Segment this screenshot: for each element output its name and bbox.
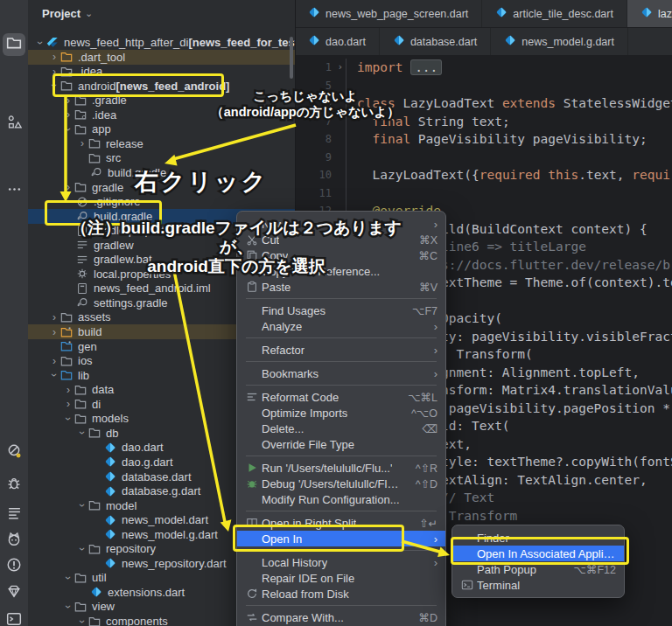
menu-item-bookmarks[interactable]: Bookmarks› — [237, 365, 445, 381]
menu-item-terminal[interactable]: Terminal — [452, 577, 624, 593]
folder-icon — [74, 398, 88, 410]
tree-item-android[interactable]: ›android [news_feed_android] — [28, 79, 296, 94]
reformat-icon — [244, 391, 260, 403]
tree-item-idea[interactable]: ›.idea — [28, 108, 296, 122]
menu-item-refactor[interactable]: Refactor› — [237, 342, 445, 358]
submenu-arrow-icon: › — [422, 320, 438, 333]
chevron-right-icon[interactable]: › — [49, 311, 60, 323]
editor-tab-dao-dart[interactable]: dao.dart — [295, 28, 380, 55]
tool-button-more[interactable] — [3, 179, 25, 202]
tree-item-release[interactable]: ›release — [28, 136, 296, 151]
tool-button-gem[interactable] — [3, 581, 25, 604]
editor-tab-article-tile-desc-dart[interactable]: article_tile_desc.dart — [482, 0, 627, 27]
menu-item-open-in[interactable]: Open In› — [237, 531, 445, 546]
tree-item-gradle[interactable]: ›gradle — [28, 180, 296, 195]
tool-button-structure[interactable] — [3, 112, 25, 135]
menu-item-copy[interactable]: Copy⌘C — [237, 247, 445, 263]
code-line: 11 — [295, 184, 672, 203]
tab-label: lazy_load_text.dart — [658, 8, 672, 20]
code-text: LazyLoadText({required this.text, requir… — [346, 166, 672, 184]
chevron-down-icon[interactable]: › — [76, 616, 88, 626]
tree-item-label: .gradle — [92, 94, 127, 107]
tree-scrollbar[interactable] — [290, 37, 293, 79]
chevron-down-icon[interactable]: › — [76, 500, 88, 511]
tool-button-dart-cat[interactable] — [3, 529, 25, 552]
chevron-down-icon[interactable]: › — [48, 370, 60, 380]
chevron-down-icon[interactable]: › — [76, 428, 88, 438]
tree-item-build-gradle[interactable]: build.gradle — [28, 165, 296, 180]
tree-item-gradle[interactable]: ›.gradle — [28, 93, 296, 108]
chevron-right-icon[interactable]: › — [49, 355, 60, 367]
menu-item-analyze[interactable]: Analyze› — [237, 318, 445, 334]
menu-item-path-popup[interactable]: Path Popup⌥⌘F12 — [452, 561, 624, 577]
chevron-down-icon[interactable]: › — [62, 124, 74, 135]
editor-tab-database-dart[interactable]: database.dart — [380, 28, 491, 55]
tree-item-app[interactable]: ›app — [28, 122, 296, 136]
tree-item-label: lib — [78, 369, 89, 382]
tool-button-todo-lines[interactable] — [3, 503, 25, 525]
menu-item-paste[interactable]: Paste⌘V — [237, 279, 445, 295]
editor-tab-lazy-load-text-dart[interactable]: lazy_load_text.dart — [627, 0, 672, 27]
svg-text:*: * — [68, 326, 71, 332]
folder-gear-icon — [60, 66, 74, 78]
menu-item-compare-with[interactable]: Compare With...⌘D — [237, 609, 445, 625]
tree-item-label: news_feed_android.iml — [94, 282, 211, 295]
menu-item-reload-from-disk[interactable]: Reload from Disk — [237, 586, 445, 602]
tool-button-mute[interactable] — [3, 442, 25, 464]
menu-item-copy-path-reference[interactable]: Copy Path/Reference... — [237, 263, 445, 279]
chevron-down-icon[interactable]: › — [76, 544, 88, 554]
menu-item-label: Cut — [262, 233, 279, 247]
tool-button-debug[interactable] — [3, 474, 25, 497]
chevron-right-icon[interactable]: › — [63, 108, 74, 121]
tree-item-news-feed-http-after-di[interactable]: ›news_feed_http_after_di [news_feed_for_… — [28, 35, 296, 50]
menu-item-optimize-imports[interactable]: Optimize Imports^⌥O — [237, 405, 445, 421]
editor-tab-news-model-g-dart[interactable]: news_model.g.dart — [491, 28, 628, 55]
menu-item-run-users-telulullc-flu[interactable]: Run '/Users/telulullc/Flu...'^⇧R — [237, 460, 445, 476]
tool-button-terminal-tool[interactable] — [3, 609, 25, 626]
tree-item-idea[interactable]: ›.idea — [28, 64, 296, 79]
editor-tab-bar-row2: dao.dartdatabase.dartnews_model.g.dart — [295, 28, 672, 56]
menu-item-repair-ide-on-file[interactable]: Repair IDE on File — [237, 570, 445, 586]
chevron-right-icon[interactable]: › — [49, 326, 60, 338]
tool-button-problems[interactable] — [3, 555, 25, 578]
menu-item-open-in-right-split[interactable]: Open in Right Split⇧↵ — [237, 515, 445, 531]
tree-item-label: release — [106, 137, 144, 150]
menu-item-finder[interactable]: Finder — [452, 530, 624, 546]
menu-item-debug-users-telulullc-flu[interactable]: Debug '/Users/telulullc/Flu...'^⇧D — [237, 476, 445, 491]
menu-item-local-history[interactable]: Local History› — [237, 554, 445, 570]
chevron-down-icon[interactable]: › — [34, 38, 46, 48]
tool-button-project-folder[interactable] — [3, 33, 25, 56]
menu-item-override-file-type[interactable]: Override File Type — [237, 436, 445, 452]
fold-icon[interactable]: › — [337, 59, 343, 77]
menu-item-reformat-code[interactable]: Reformat Code⌥⌘L — [237, 389, 445, 405]
folder-orange-star-icon: * — [60, 326, 74, 338]
chevron-right-icon[interactable]: › — [63, 384, 74, 396]
chevron-right-icon[interactable]: › — [63, 94, 74, 107]
tree-item-label: di — [92, 398, 101, 411]
chevron-down-icon[interactable]: › — [62, 602, 74, 612]
menu-item-label: New — [262, 218, 284, 231]
menu-item-delete[interactable]: Delete...⌫ — [237, 421, 445, 436]
menu-item-find-usages[interactable]: Find Usages⌥F7 — [237, 303, 445, 318]
chevron-right-icon[interactable]: › — [63, 398, 74, 410]
folder-icon — [88, 137, 102, 150]
chevron-down-icon[interactable]: › — [62, 414, 74, 424]
menu-item-cut[interactable]: Cut⌘X — [237, 232, 445, 247]
chevron-down-icon[interactable]: › — [62, 573, 74, 583]
project-panel-header[interactable]: Project ⌄ — [42, 7, 93, 20]
menu-item-modify-run-configuration[interactable]: Modify Run Configuration... — [237, 491, 445, 507]
folder-icon — [88, 152, 102, 164]
tree-item-gitignore[interactable]: .gitignore — [28, 194, 296, 209]
menu-item-new[interactable]: New› — [237, 216, 445, 232]
chevron-right-icon[interactable]: › — [49, 51, 60, 63]
tree-item-src[interactable]: src — [28, 150, 296, 165]
editor-tab-news-web-page-screen-dart[interactable]: news_web_page_screen.dart — [295, 0, 482, 27]
menu-item-open-in-associated-application[interactable]: Open In Associated Application — [452, 546, 624, 561]
chevron-right-icon[interactable]: › — [77, 137, 88, 150]
dart-icon — [103, 485, 117, 497]
chevron-down-icon[interactable]: › — [48, 80, 60, 91]
tree-item-dart-tool[interactable]: ›.dart_tool — [28, 50, 296, 65]
chevron-right-icon[interactable]: › — [63, 181, 74, 193]
submenu-arrow-icon: › — [422, 556, 438, 569]
chevron-right-icon[interactable]: › — [49, 66, 60, 78]
